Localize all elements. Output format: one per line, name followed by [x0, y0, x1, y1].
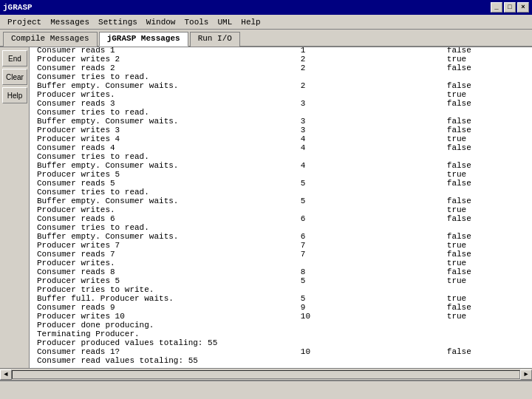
table-row: Producer writes.true	[34, 90, 528, 99]
content-panel[interactable]: Operation Buffer Contents Acquired -----…	[30, 47, 532, 368]
log-body: Producer writes 11trueConsumer reads 11f…	[34, 47, 528, 365]
table-row: Consumer tries to read.	[34, 223, 528, 232]
scrollbar-area[interactable]: ◄ ►	[0, 368, 532, 380]
cell-acquired: false	[444, 197, 528, 205]
tab-compile-messages[interactable]: Compile Messages	[3, 32, 98, 47]
table-row: Producer writes 5true	[34, 170, 528, 179]
menu-window[interactable]: Window	[142, 17, 180, 27]
cell-acquired	[444, 330, 528, 338]
cell-buffer: 4	[298, 134, 444, 143]
table-row: Producer writes 33false	[34, 126, 528, 134]
table-row: Producer writes 77true	[34, 241, 528, 250]
menu-uml[interactable]: UML	[213, 17, 236, 27]
help-button[interactable]: Help	[2, 87, 27, 103]
cell-operation: Consumer reads 2	[34, 64, 298, 72]
cell-buffer: 2	[298, 55, 444, 64]
log-table: Operation Buffer Contents Acquired -----…	[34, 47, 528, 365]
cell-operation: Buffer empty. Consumer waits.	[34, 81, 298, 90]
cell-operation: Buffer empty. Consumer waits.	[34, 197, 298, 205]
cell-operation: Consumer tries to read.	[34, 188, 298, 197]
cell-acquired	[444, 356, 528, 365]
cell-buffer	[298, 170, 444, 179]
cell-operation: Consumer reads 6	[34, 214, 298, 223]
cell-acquired: false	[444, 126, 528, 134]
cell-buffer	[298, 338, 444, 347]
cell-buffer	[298, 223, 444, 232]
cell-acquired	[444, 152, 528, 161]
title-bar-buttons: _ □ ×	[491, 2, 529, 13]
cell-acquired: false	[444, 347, 528, 356]
cell-buffer	[298, 285, 444, 294]
cell-buffer	[298, 188, 444, 197]
cell-acquired: false	[444, 267, 528, 276]
minimize-button[interactable]: _	[491, 2, 502, 13]
tab-run-io[interactable]: Run I/O	[190, 32, 240, 47]
cell-buffer: 5	[298, 294, 444, 303]
cell-buffer: 5	[298, 179, 444, 188]
menu-project[interactable]: Project	[3, 17, 46, 27]
cell-acquired: true	[444, 205, 528, 214]
scroll-right-button[interactable]: ►	[520, 369, 532, 380]
main-layout: End Clear Help Operation Buffer Contents…	[0, 47, 532, 368]
menu-bar: Project Messages Settings Window Tools U…	[0, 15, 532, 30]
cell-operation: Consumer tries to read.	[34, 108, 298, 117]
cell-operation: Consumer tries to read.	[34, 72, 298, 81]
cell-acquired: true	[444, 312, 528, 321]
cell-buffer: 3	[298, 126, 444, 134]
cell-operation: Producer produced values totaling: 55	[34, 338, 298, 347]
cell-operation: Producer writes 4	[34, 134, 298, 143]
table-row: Consumer reads 55false	[34, 179, 528, 188]
cell-operation: Buffer full. Producer waits.	[34, 294, 298, 303]
cell-operation: Terminating Producer.	[34, 330, 298, 338]
cell-buffer: 10	[298, 312, 444, 321]
cell-operation: Consumer tries to read.	[34, 223, 298, 232]
title-bar: jGRASP _ □ ×	[0, 0, 532, 15]
cell-acquired: false	[444, 81, 528, 90]
table-row: Producer writes 55true	[34, 276, 528, 285]
menu-messages[interactable]: Messages	[46, 17, 94, 27]
table-row: Buffer empty. Consumer waits.6false	[34, 232, 528, 241]
cell-operation: Producer writes 2	[34, 55, 298, 64]
table-row: Consumer reads 99false	[34, 303, 528, 312]
cell-buffer	[298, 90, 444, 99]
cell-operation: Producer writes 10	[34, 312, 298, 321]
table-row: Producer done producing.	[34, 321, 528, 330]
cell-operation: Producer tries to write.	[34, 285, 298, 294]
table-row: Producer produced values totaling: 55	[34, 338, 528, 347]
cell-acquired: true	[444, 276, 528, 285]
tab-jgrasp-messages[interactable]: jGRASP Messages	[99, 32, 188, 47]
tab-bar: Compile Messages jGRASP Messages Run I/O	[0, 30, 532, 47]
cell-acquired	[444, 72, 528, 81]
table-row: Producer writes 44true	[34, 134, 528, 143]
status-bar	[0, 380, 532, 395]
cell-operation: Producer writes 3	[34, 126, 298, 134]
cell-acquired: true	[444, 55, 528, 64]
table-row: Consumer reads 66false	[34, 214, 528, 223]
menu-tools[interactable]: Tools	[180, 17, 213, 27]
cell-operation: Consumer reads 7	[34, 250, 298, 259]
cell-buffer: 7	[298, 250, 444, 259]
cell-operation: Consumer reads 8	[34, 267, 298, 276]
cell-acquired: false	[444, 214, 528, 223]
table-row: Buffer empty. Consumer waits.2false	[34, 81, 528, 90]
end-button[interactable]: End	[2, 50, 27, 66]
cell-buffer: 3	[298, 99, 444, 108]
cell-operation: Consumer reads 5	[34, 179, 298, 188]
clear-button[interactable]: Clear	[2, 69, 27, 85]
cell-acquired: true	[444, 170, 528, 179]
table-row: Consumer reads 1?10false	[34, 347, 528, 356]
cell-operation: Consumer read values totaling: 55	[34, 356, 298, 365]
close-button[interactable]: ×	[517, 2, 529, 13]
maximize-button[interactable]: □	[504, 2, 516, 13]
cell-buffer	[298, 108, 444, 117]
table-row: Consumer tries to read.	[34, 72, 528, 81]
horizontal-scrollbar[interactable]	[12, 370, 520, 379]
scroll-left-button[interactable]: ◄	[0, 369, 12, 380]
cell-acquired: true	[444, 294, 528, 303]
cell-acquired: false	[444, 250, 528, 259]
cell-buffer: 3	[298, 117, 444, 126]
cell-acquired	[444, 108, 528, 117]
menu-settings[interactable]: Settings	[94, 17, 142, 27]
table-row: Consumer read values totaling: 55	[34, 356, 528, 365]
menu-help[interactable]: Help	[236, 17, 265, 27]
